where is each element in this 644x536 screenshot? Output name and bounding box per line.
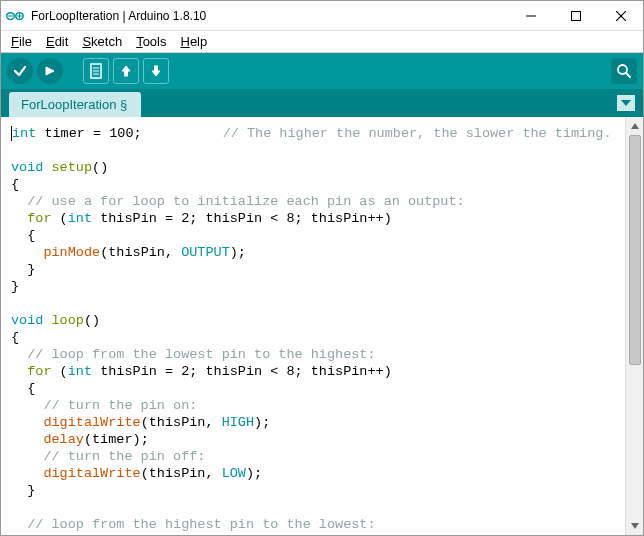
menu-tools[interactable]: Tools — [130, 32, 172, 51]
svg-line-19 — [626, 73, 630, 77]
svg-rect-15 — [125, 70, 128, 76]
code-token: ); — [254, 415, 270, 430]
editor-area: int timer = 100; // The higher the numbe… — [1, 117, 643, 535]
tab-menu-button[interactable] — [617, 95, 635, 111]
menu-file[interactable]: File — [5, 32, 38, 51]
code-token: ( — [52, 211, 68, 226]
code-token — [11, 211, 27, 226]
code-comment: // turn the pin on: — [11, 398, 197, 413]
tabstrip: ForLoopIteration § — [1, 89, 643, 117]
menu-edit[interactable]: Edit — [40, 32, 74, 51]
code-token: } — [11, 279, 19, 294]
close-button[interactable] — [598, 1, 643, 30]
code-token: ( — [52, 364, 68, 379]
svg-marker-20 — [621, 100, 631, 106]
scroll-up-icon[interactable] — [626, 117, 643, 135]
code-token — [11, 466, 43, 481]
code-token: { — [11, 177, 19, 192]
code-token: void — [11, 160, 43, 175]
new-button[interactable] — [83, 58, 109, 84]
code-token: int — [68, 364, 92, 379]
code-token: HIGH — [222, 415, 254, 430]
code-token: (thisPin, — [141, 415, 222, 430]
maximize-button[interactable] — [553, 1, 598, 30]
code-token: thisPin = 2; thisPin < 8; thisPin++) — [92, 211, 392, 226]
code-token: () — [84, 313, 100, 328]
code-token: ); — [246, 466, 262, 481]
code-token: OUTPUT — [181, 245, 230, 260]
arduino-logo-icon — [1, 1, 29, 30]
titlebar: ForLoopIteration | Arduino 1.8.10 — [1, 1, 643, 31]
code-token: LOW — [222, 466, 246, 481]
svg-marker-22 — [631, 523, 639, 529]
svg-marker-21 — [631, 123, 639, 129]
code-token: (thisPin, — [100, 245, 181, 260]
code-token: int — [12, 126, 36, 141]
code-token — [11, 432, 43, 447]
code-token: () — [92, 160, 108, 175]
minimize-button[interactable] — [508, 1, 553, 30]
scroll-thumb[interactable] — [629, 135, 641, 365]
code-comment: // loop from the highest pin to the lowe… — [11, 517, 376, 532]
menubar: File Edit Sketch Tools Help — [1, 31, 643, 53]
code-token: (thisPin, — [141, 466, 222, 481]
code-token: { — [11, 381, 35, 396]
vertical-scrollbar[interactable] — [625, 117, 643, 535]
code-token: ); — [230, 245, 246, 260]
code-token: { — [11, 330, 19, 345]
code-token: for — [27, 364, 51, 379]
tab-sketch[interactable]: ForLoopIteration § — [9, 92, 141, 117]
code-token: timer = 100; — [36, 126, 222, 141]
code-token: { — [11, 228, 35, 243]
svg-rect-6 — [571, 11, 580, 20]
code-comment: // The higher the number, the slower the… — [223, 126, 612, 141]
code-comment: // use a for loop to initialize each pin… — [11, 194, 465, 209]
code-token: (timer); — [84, 432, 149, 447]
verify-button[interactable] — [7, 58, 33, 84]
menu-help[interactable]: Help — [174, 32, 213, 51]
code-token: loop — [52, 313, 84, 328]
code-comment: // loop from the lowest pin to the highe… — [11, 347, 376, 362]
code-token: for — [27, 211, 51, 226]
open-button[interactable] — [113, 58, 139, 84]
code-comment: // turn the pin off: — [11, 449, 205, 464]
svg-marker-17 — [152, 71, 160, 76]
upload-button[interactable] — [37, 58, 63, 84]
window-title: ForLoopIteration | Arduino 1.8.10 — [29, 9, 508, 23]
code-editor[interactable]: int timer = 100; // The higher the numbe… — [1, 117, 625, 535]
code-token: void — [11, 313, 43, 328]
code-token: thisPin = 2; thisPin < 8; thisPin++) — [92, 364, 392, 379]
code-token: delay — [43, 432, 84, 447]
code-token: setup — [52, 160, 93, 175]
scroll-track[interactable] — [626, 135, 643, 517]
code-token — [11, 415, 43, 430]
serial-monitor-button[interactable] — [611, 58, 637, 84]
save-button[interactable] — [143, 58, 169, 84]
code-token: pinMode — [43, 245, 100, 260]
menu-sketch[interactable]: Sketch — [76, 32, 128, 51]
code-token: } — [11, 262, 35, 277]
code-token — [11, 364, 27, 379]
svg-marker-9 — [46, 67, 54, 75]
code-token: digitalWrite — [43, 415, 140, 430]
code-token: } — [11, 483, 35, 498]
code-token — [11, 245, 43, 260]
toolbar — [1, 53, 643, 89]
code-token: digitalWrite — [43, 466, 140, 481]
code-token: int — [68, 211, 92, 226]
scroll-down-icon[interactable] — [626, 517, 643, 535]
